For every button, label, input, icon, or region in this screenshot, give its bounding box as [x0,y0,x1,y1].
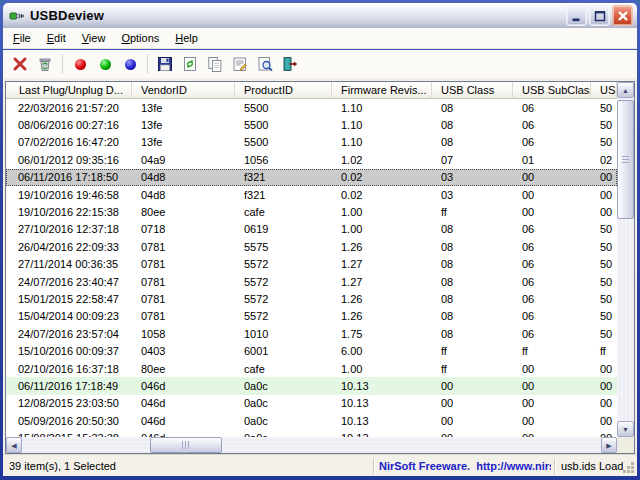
table-cell: 04d8 [132,171,235,183]
green-ball-icon[interactable] [93,52,117,76]
column-header-vendorid[interactable]: VendorID [132,82,235,99]
table-cell: f321 [235,171,332,183]
vertical-scroll-thumb[interactable] [617,100,634,219]
table-cell: 1.26 [332,310,432,322]
minimize-button[interactable] [566,5,587,26]
table-cell: 1.10 [332,119,432,131]
table-cell: 06/11/2016 17:18:49 [6,380,132,392]
copy-icon[interactable] [203,52,227,76]
horizontal-scroll-thumb[interactable] [150,437,222,453]
table-row[interactable]: 15/04/2014 00:09:23078155721.26080650 [6,308,617,325]
table-cell: 00 [513,189,591,201]
table-cell: 0781 [132,276,235,288]
table-cell: 1.00 [332,223,432,235]
table-row[interactable]: 19/10/2016 19:46:5804d8f3210.02030000 [6,186,617,203]
table-cell: 50 [591,136,617,148]
table-cell: 00 [513,363,591,375]
save-icon[interactable] [153,52,177,76]
table-row[interactable]: 22/03/2016 21:57:2013fe55001.10080650 [6,99,617,116]
exit-icon[interactable] [278,52,302,76]
table-row[interactable]: 12/08/2015 23:03:50046d0a0c10.13000000 [6,395,617,412]
title-bar[interactable]: USBDeview [3,3,637,28]
table-row[interactable]: 15/08/2015 15:33:38046d0a0c10.13000000 [6,429,617,437]
table-cell: 5575 [235,241,332,253]
column-header-usb[interactable]: USB [591,82,617,99]
menu-view[interactable]: View [74,29,114,47]
table-cell: 00 [432,415,513,427]
resize-grip[interactable] [631,470,634,473]
status-usbids: usb.ids Load [561,455,623,477]
table-cell: 0a0c [235,380,332,392]
table-row[interactable]: 08/06/2016 00:27:1613fe55001.10080650 [6,116,617,133]
menu-help[interactable]: Help [167,29,206,47]
menu-options[interactable]: Options [113,29,167,47]
horizontal-scrollbar[interactable]: ◀ ▶ [6,437,617,453]
menu-file[interactable]: File [5,29,39,47]
table-cell: 00 [513,415,591,427]
table-cell: 15/01/2015 22:58:47 [6,293,132,305]
column-header-usb-class[interactable]: USB Class [432,82,513,99]
table-cell: 00 [591,171,617,183]
table-cell: 03 [432,171,513,183]
toolbar [3,50,637,78]
table-cell: 08/06/2016 00:27:16 [6,119,132,131]
table-row[interactable]: 06/11/2016 17:18:5004d8f3210.02030000 [6,169,617,186]
table-cell: 5500 [235,102,332,114]
red-ball-icon[interactable] [68,52,92,76]
table-cell: 08 [432,293,513,305]
table-row[interactable]: 27/11/2014 00:36:35078155721.27080650 [6,256,617,273]
table-cell: 06 [513,276,591,288]
table-cell: 13fe [132,136,235,148]
table-cell: 22/03/2016 21:57:20 [6,102,132,114]
table-row[interactable]: 15/10/2016 00:09:37040360016.00ffffff [6,342,617,359]
table-row[interactable]: 27/10/2016 12:37:18071806191.00080650 [6,221,617,238]
table-cell: 06/01/2012 09:35:16 [6,154,132,166]
table-cell: 07 [432,154,513,166]
delete-icon[interactable] [8,52,32,76]
vertical-scrollbar[interactable]: ▲ ▼ [617,82,634,437]
table-cell: 0a0c [235,397,332,409]
scroll-left-icon[interactable]: ◀ [6,437,22,453]
table-row[interactable]: 26/04/2016 22:09:33078155751.26080650 [6,238,617,255]
table-row[interactable]: 07/02/2016 16:47:2013fe55001.10080650 [6,134,617,151]
properties-icon[interactable] [228,52,252,76]
table-cell: 19/10/2016 19:46:58 [6,189,132,201]
table-row[interactable]: 06/11/2016 17:18:49046d0a0c10.13000000 [6,377,617,394]
table-cell: 01 [513,154,591,166]
column-header-usb-subclass[interactable]: USB SubClass [513,82,591,99]
table-row[interactable]: 24/07/2016 23:57:04105810101.75080650 [6,325,617,342]
table-row[interactable]: 24/07/2016 23:40:47078155721.27080650 [6,273,617,290]
refresh-icon[interactable] [178,52,202,76]
column-header-last-plug-unplug-d[interactable]: Last Plug/Unplug D... [6,82,132,99]
table-cell: 00 [513,397,591,409]
menu-edit[interactable]: Edit [39,29,74,47]
blue-ball-icon[interactable] [118,52,142,76]
column-header-productid[interactable]: ProductID [235,82,332,99]
column-header-firmware-revis[interactable]: Firmware Revis... [332,82,432,99]
uninstall-icon[interactable] [33,52,57,76]
table-cell: 0781 [132,293,235,305]
table-cell: 046d [132,397,235,409]
table-row[interactable]: 15/01/2015 22:58:47078155721.26080650 [6,290,617,307]
scroll-down-icon[interactable]: ▼ [617,421,634,437]
table-cell: 0a0c [235,415,332,427]
table-cell: 1.26 [332,293,432,305]
status-nirsoft-link[interactable]: NirSoft Freeware. http://www.nirsoft.net [379,455,551,477]
table-cell: 06 [513,136,591,148]
table-cell: 07/02/2016 16:47:20 [6,136,132,148]
table-row[interactable]: 05/09/2016 20:50:30046d0a0c10.13000000 [6,412,617,429]
find-icon[interactable] [253,52,277,76]
table-cell: 06/11/2016 17:18:50 [6,171,132,183]
table-cell: 08 [432,258,513,270]
table-cell: 06 [513,293,591,305]
scroll-right-icon[interactable]: ▶ [601,437,617,453]
table-row[interactable]: 02/10/2016 16:37:1880eecafe1.00ff0000 [6,360,617,377]
close-button[interactable] [612,5,633,26]
table-cell: 24/07/2016 23:57:04 [6,328,132,340]
table-cell: 5572 [235,258,332,270]
table-row[interactable]: 19/10/2016 22:15:3880eecafe1.00ff0000 [6,203,617,220]
maximize-button[interactable] [589,5,610,26]
scroll-up-icon[interactable]: ▲ [617,82,634,98]
table-row[interactable]: 06/01/2012 09:35:1604a910561.02070102 [6,151,617,168]
table-cell: 04d8 [132,189,235,201]
